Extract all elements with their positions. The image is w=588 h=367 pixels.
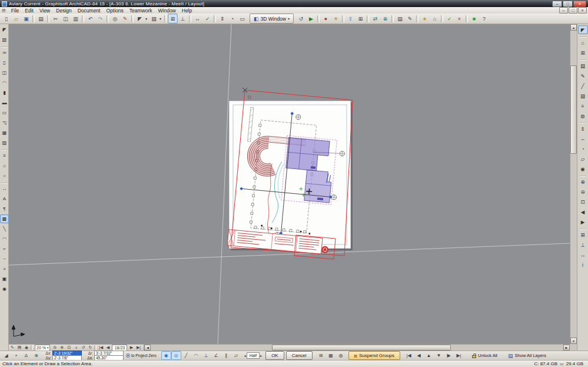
angle-snap-icon[interactable]: ∠: [211, 351, 221, 360]
library-icon[interactable]: ⌂: [430, 14, 440, 24]
wall-tool-icon[interactable]: ═: [0, 48, 9, 57]
previous-view-icon[interactable]: ◀: [578, 207, 588, 216]
explore-icon[interactable]: ▶: [306, 14, 316, 24]
worksheet-icon[interactable]: ▱: [578, 154, 588, 163]
menu-item[interactable]: Document: [75, 8, 104, 14]
title-bar[interactable]: Aviary Current - Graphisoft ArchiCAD-64 …: [0, 0, 588, 7]
worksheet-icon[interactable]: ▭: [237, 14, 247, 24]
guide-lines-icon[interactable]: ◉: [161, 351, 171, 360]
teamwork-send-receive-icon[interactable]: ⇄: [370, 14, 380, 24]
mesh-tool-icon[interactable]: ▦: [0, 128, 9, 137]
previous-page-icon[interactable]: ◀: [104, 345, 111, 351]
publisher-icon[interactable]: ⇪: [346, 14, 356, 24]
snap-reference-icon[interactable]: ◎: [171, 351, 181, 360]
polyline-tool-icon[interactable]: ⌐: [0, 244, 9, 253]
zoom-icon[interactable]: ◎: [110, 14, 120, 24]
scroll-right-icon[interactable]: ▶: [563, 345, 570, 351]
label-tool-icon[interactable]: ¶: [0, 204, 9, 213]
section-icon[interactable]: ⇕: [217, 14, 227, 24]
beam-tool-icon[interactable]: ▬: [0, 98, 9, 107]
minimize-document-button[interactable]: –: [559, 7, 568, 14]
horizontal-scroll-thumb[interactable]: [272, 345, 450, 351]
new-document-icon[interactable]: ▯: [1, 14, 11, 24]
relative-coords-icon[interactable]: Δ: [21, 351, 31, 360]
fit-in-window-icon[interactable]: ⊡: [65, 345, 72, 351]
3d-window-button[interactable]: ◧ 3D Window ▾: [250, 14, 294, 24]
perpendicular-snap-icon[interactable]: ⊥: [201, 351, 211, 360]
next-view-icon[interactable]: ▶: [578, 217, 588, 226]
favorites-icon[interactable]: ★: [420, 14, 430, 24]
pen-sets-icon[interactable]: ✎: [405, 14, 415, 24]
quick-pen-icon[interactable]: ✎: [9, 345, 16, 351]
last-page-icon[interactable]: ▶|: [135, 345, 142, 351]
vertical-scrollbar[interactable]: ▲ ▼: [570, 24, 577, 344]
arc-guide-icon[interactable]: ◠: [191, 351, 201, 360]
measure-icon[interactable]: ↔: [192, 14, 202, 24]
menu-item[interactable]: Help: [179, 8, 195, 14]
snap-toggle-icon[interactable]: ⊥: [578, 240, 588, 249]
zone-tool-icon[interactable]: ▨: [0, 138, 9, 147]
horizontal-scrollbar[interactable]: ◀ ▶: [144, 345, 570, 351]
tracker-options-icon[interactable]: ◢: [1, 351, 11, 360]
minimize-button[interactable]: –: [552, 1, 562, 7]
roof-tool-icon[interactable]: ◹: [0, 118, 9, 127]
mark-up-icon[interactable]: ✓: [202, 14, 212, 24]
zoom-out-icon[interactable]: ⊖: [578, 187, 588, 196]
gravity-icon[interactable]: ⊥: [178, 14, 188, 24]
organizer-icon[interactable]: ⊞: [578, 48, 588, 57]
door-tool-icon[interactable]: ▯: [0, 58, 9, 67]
quick-layers-icon[interactable]: ▤: [16, 345, 23, 351]
organizer-icon[interactable]: ⊞: [356, 14, 366, 24]
stair-tool-icon[interactable]: ≡: [0, 151, 9, 160]
arrow-tool-icon[interactable]: ◤: [0, 25, 9, 34]
menu-item[interactable]: Options: [103, 8, 126, 14]
go-up-icon[interactable]: ▲: [424, 351, 434, 360]
fill-tool-icon[interactable]: ▩: [0, 214, 9, 223]
origin-radio[interactable]: [126, 353, 130, 358]
menu-item[interactable]: File: [8, 8, 22, 14]
column-tool-icon[interactable]: ▮: [0, 88, 9, 97]
camera-icon[interactable]: ◉: [578, 164, 588, 173]
layout-canvas[interactable]: [9, 24, 570, 344]
vertical-scroll-thumb[interactable]: [570, 65, 577, 154]
zoom-in-icon[interactable]: ⊕: [578, 177, 588, 186]
first-page-icon[interactable]: |◀: [97, 345, 104, 351]
navigator-icon[interactable]: ⌂: [578, 38, 588, 47]
relative-method-control[interactable]: ◂ Half ▸: [244, 352, 262, 359]
line-tool-icon[interactable]: ╲: [0, 224, 9, 233]
shell-tool-icon[interactable]: ◠: [0, 78, 9, 87]
zoom-in-icon[interactable]: ⊕: [58, 345, 65, 351]
coordinates-icon[interactable]: +: [11, 351, 21, 360]
arc-tool-icon[interactable]: ◠: [0, 234, 9, 243]
scroll-up-icon[interactable]: ▲: [570, 24, 577, 31]
eco-toggle-icon[interactable]: ■: [469, 14, 479, 24]
arrow-options-icon[interactable]: ▾: [144, 14, 149, 24]
scroll-left-icon[interactable]: ◀: [144, 345, 151, 351]
select-arrow-icon[interactable]: ◤: [578, 25, 588, 34]
go-next-icon[interactable]: ▶: [444, 351, 454, 360]
magnet-icon[interactable]: ◍: [336, 351, 346, 360]
check-elements-icon[interactable]: ✓: [444, 14, 454, 24]
unlock-all-button[interactable]: Unlock All: [470, 351, 500, 360]
maximize-button[interactable]: □: [563, 1, 573, 7]
surface-icon[interactable]: ◍: [578, 111, 588, 120]
prev-method-icon[interactable]: ◂: [244, 353, 246, 358]
go-down-icon[interactable]: ▼: [434, 351, 444, 360]
cancel-button[interactable]: Cancel: [286, 351, 313, 360]
camera-tool-icon[interactable]: ◉: [0, 285, 9, 293]
zoom-out-icon[interactable]: ⊖: [51, 345, 58, 351]
line-type-icon[interactable]: ╱: [578, 81, 588, 90]
detail-icon[interactable]: ◔: [227, 14, 237, 24]
orbit-icon[interactable]: ↺: [296, 14, 306, 24]
layers-icon[interactable]: ▤: [578, 61, 588, 70]
cut-icon[interactable]: ✂: [51, 14, 61, 24]
go-first-icon[interactable]: |◀: [404, 351, 414, 360]
go-last-icon[interactable]: ▶|: [454, 351, 464, 360]
menu-item[interactable]: Edit: [22, 8, 36, 14]
snap-points-icon[interactable]: ⊞: [316, 351, 326, 360]
close-button[interactable]: ×: [573, 1, 586, 7]
copy-icon[interactable]: ◫: [61, 14, 71, 24]
menu-item[interactable]: View: [36, 8, 53, 14]
restore-document-button[interactable]: □: [569, 7, 577, 14]
fill-type-icon[interactable]: ▨: [578, 91, 588, 100]
